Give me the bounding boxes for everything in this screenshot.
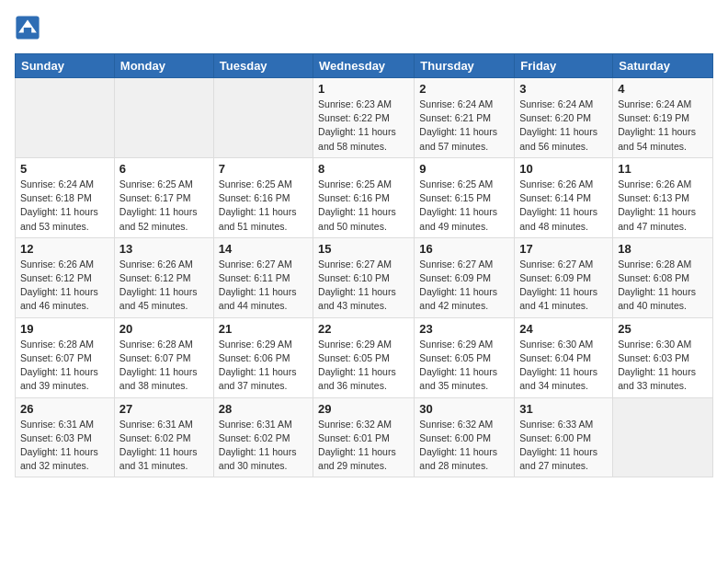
calendar-cell: 1Sunrise: 6:23 AM Sunset: 6:22 PM Daylig…: [313, 78, 415, 158]
day-number: 10: [519, 162, 608, 176]
day-number: 17: [519, 242, 608, 256]
day-number: 3: [519, 82, 608, 96]
day-number: 15: [318, 242, 409, 256]
calendar-header-thursday: Thursday: [415, 54, 515, 78]
logo: [15, 15, 44, 40]
calendar-cell: [114, 78, 213, 158]
day-info: Sunrise: 6:31 AM Sunset: 6:03 PM Dayligh…: [20, 418, 109, 474]
calendar-cell: 15Sunrise: 6:27 AM Sunset: 6:10 PM Dayli…: [313, 237, 415, 317]
calendar-cell: 27Sunrise: 6:31 AM Sunset: 6:02 PM Dayli…: [114, 397, 213, 477]
calendar-week-4: 19Sunrise: 6:28 AM Sunset: 6:07 PM Dayli…: [16, 317, 713, 397]
day-number: 23: [419, 322, 509, 336]
calendar-header-friday: Friday: [515, 54, 613, 78]
calendar-header-sunday: Sunday: [16, 54, 115, 78]
calendar-cell: 8Sunrise: 6:25 AM Sunset: 6:16 PM Daylig…: [313, 157, 415, 237]
day-number: 27: [119, 402, 209, 416]
day-info: Sunrise: 6:27 AM Sunset: 6:09 PM Dayligh…: [419, 258, 509, 314]
day-number: 24: [519, 322, 608, 336]
calendar-cell: 30Sunrise: 6:32 AM Sunset: 6:00 PM Dayli…: [415, 397, 515, 477]
day-info: Sunrise: 6:26 AM Sunset: 6:14 PM Dayligh…: [519, 178, 608, 234]
day-info: Sunrise: 6:28 AM Sunset: 6:07 PM Dayligh…: [20, 338, 109, 394]
day-info: Sunrise: 6:27 AM Sunset: 6:11 PM Dayligh…: [219, 258, 308, 314]
day-info: Sunrise: 6:27 AM Sunset: 6:09 PM Dayligh…: [519, 258, 608, 314]
day-number: 5: [20, 162, 109, 176]
day-info: Sunrise: 6:26 AM Sunset: 6:12 PM Dayligh…: [119, 258, 209, 314]
day-info: Sunrise: 6:25 AM Sunset: 6:17 PM Dayligh…: [119, 178, 209, 234]
calendar-header-row: SundayMondayTuesdayWednesdayThursdayFrid…: [16, 54, 713, 78]
day-info: Sunrise: 6:28 AM Sunset: 6:07 PM Dayligh…: [119, 338, 209, 394]
day-info: Sunrise: 6:25 AM Sunset: 6:16 PM Dayligh…: [318, 178, 409, 234]
logo-icon: [15, 15, 40, 40]
day-info: Sunrise: 6:31 AM Sunset: 6:02 PM Dayligh…: [119, 418, 209, 474]
day-info: Sunrise: 6:30 AM Sunset: 6:03 PM Dayligh…: [618, 338, 708, 394]
day-info: Sunrise: 6:32 AM Sunset: 6:01 PM Dayligh…: [318, 418, 409, 474]
calendar-cell: 25Sunrise: 6:30 AM Sunset: 6:03 PM Dayli…: [613, 317, 713, 397]
calendar-cell: 13Sunrise: 6:26 AM Sunset: 6:12 PM Dayli…: [114, 237, 213, 317]
day-number: 16: [419, 242, 509, 256]
calendar-cell: 10Sunrise: 6:26 AM Sunset: 6:14 PM Dayli…: [515, 157, 613, 237]
calendar-cell: [613, 397, 713, 477]
calendar-cell: 24Sunrise: 6:30 AM Sunset: 6:04 PM Dayli…: [515, 317, 613, 397]
day-info: Sunrise: 6:26 AM Sunset: 6:12 PM Dayligh…: [20, 258, 109, 314]
day-number: 19: [20, 322, 109, 336]
day-number: 26: [20, 402, 109, 416]
day-number: 4: [618, 82, 708, 96]
calendar-header-tuesday: Tuesday: [213, 54, 313, 78]
calendar-cell: 22Sunrise: 6:29 AM Sunset: 6:05 PM Dayli…: [313, 317, 415, 397]
day-info: Sunrise: 6:28 AM Sunset: 6:08 PM Dayligh…: [618, 258, 708, 314]
day-number: 13: [119, 242, 209, 256]
calendar-cell: 5Sunrise: 6:24 AM Sunset: 6:18 PM Daylig…: [16, 157, 115, 237]
day-number: 31: [519, 402, 608, 416]
day-info: Sunrise: 6:29 AM Sunset: 6:05 PM Dayligh…: [419, 338, 509, 394]
day-info: Sunrise: 6:31 AM Sunset: 6:02 PM Dayligh…: [219, 418, 308, 474]
calendar-cell: 29Sunrise: 6:32 AM Sunset: 6:01 PM Dayli…: [313, 397, 415, 477]
day-number: 8: [318, 162, 409, 176]
calendar-cell: 23Sunrise: 6:29 AM Sunset: 6:05 PM Dayli…: [415, 317, 515, 397]
day-number: 25: [618, 322, 708, 336]
calendar-header-wednesday: Wednesday: [313, 54, 415, 78]
day-number: 20: [119, 322, 209, 336]
calendar-cell: 19Sunrise: 6:28 AM Sunset: 6:07 PM Dayli…: [16, 317, 115, 397]
day-number: 6: [119, 162, 209, 176]
calendar-cell: 3Sunrise: 6:24 AM Sunset: 6:20 PM Daylig…: [515, 78, 613, 158]
calendar-week-3: 12Sunrise: 6:26 AM Sunset: 6:12 PM Dayli…: [16, 237, 713, 317]
calendar-cell: 26Sunrise: 6:31 AM Sunset: 6:03 PM Dayli…: [16, 397, 115, 477]
day-number: 1: [318, 82, 409, 96]
calendar-week-1: 1Sunrise: 6:23 AM Sunset: 6:22 PM Daylig…: [16, 78, 713, 158]
calendar-cell: 20Sunrise: 6:28 AM Sunset: 6:07 PM Dayli…: [114, 317, 213, 397]
day-info: Sunrise: 6:25 AM Sunset: 6:16 PM Dayligh…: [219, 178, 308, 234]
calendar-cell: [16, 78, 115, 158]
calendar-cell: 4Sunrise: 6:24 AM Sunset: 6:19 PM Daylig…: [613, 78, 713, 158]
header: [15, 15, 713, 40]
day-number: 22: [318, 322, 409, 336]
calendar-cell: 16Sunrise: 6:27 AM Sunset: 6:09 PM Dayli…: [415, 237, 515, 317]
day-info: Sunrise: 6:32 AM Sunset: 6:00 PM Dayligh…: [419, 418, 509, 474]
day-number: 11: [618, 162, 708, 176]
day-info: Sunrise: 6:30 AM Sunset: 6:04 PM Dayligh…: [519, 338, 608, 394]
day-info: Sunrise: 6:23 AM Sunset: 6:22 PM Dayligh…: [318, 98, 409, 154]
day-info: Sunrise: 6:33 AM Sunset: 6:00 PM Dayligh…: [519, 418, 608, 474]
calendar-cell: [213, 78, 313, 158]
calendar-cell: 28Sunrise: 6:31 AM Sunset: 6:02 PM Dayli…: [213, 397, 313, 477]
day-info: Sunrise: 6:29 AM Sunset: 6:06 PM Dayligh…: [219, 338, 308, 394]
calendar-cell: 11Sunrise: 6:26 AM Sunset: 6:13 PM Dayli…: [613, 157, 713, 237]
day-number: 29: [318, 402, 409, 416]
day-info: Sunrise: 6:24 AM Sunset: 6:20 PM Dayligh…: [519, 98, 608, 154]
calendar-cell: 21Sunrise: 6:29 AM Sunset: 6:06 PM Dayli…: [213, 317, 313, 397]
calendar-week-5: 26Sunrise: 6:31 AM Sunset: 6:03 PM Dayli…: [16, 397, 713, 477]
calendar-cell: 7Sunrise: 6:25 AM Sunset: 6:16 PM Daylig…: [213, 157, 313, 237]
day-info: Sunrise: 6:27 AM Sunset: 6:10 PM Dayligh…: [318, 258, 409, 314]
day-number: 2: [419, 82, 509, 96]
day-info: Sunrise: 6:24 AM Sunset: 6:19 PM Dayligh…: [618, 98, 708, 154]
svg-rect-2: [24, 28, 31, 34]
day-number: 30: [419, 402, 509, 416]
page: SundayMondayTuesdayWednesdayThursdayFrid…: [0, 0, 728, 563]
calendar-week-2: 5Sunrise: 6:24 AM Sunset: 6:18 PM Daylig…: [16, 157, 713, 237]
day-number: 9: [419, 162, 509, 176]
day-info: Sunrise: 6:24 AM Sunset: 6:18 PM Dayligh…: [20, 178, 109, 234]
day-info: Sunrise: 6:29 AM Sunset: 6:05 PM Dayligh…: [318, 338, 409, 394]
day-info: Sunrise: 6:25 AM Sunset: 6:15 PM Dayligh…: [419, 178, 509, 234]
calendar-cell: 12Sunrise: 6:26 AM Sunset: 6:12 PM Dayli…: [16, 237, 115, 317]
day-number: 12: [20, 242, 109, 256]
calendar-header-monday: Monday: [114, 54, 213, 78]
